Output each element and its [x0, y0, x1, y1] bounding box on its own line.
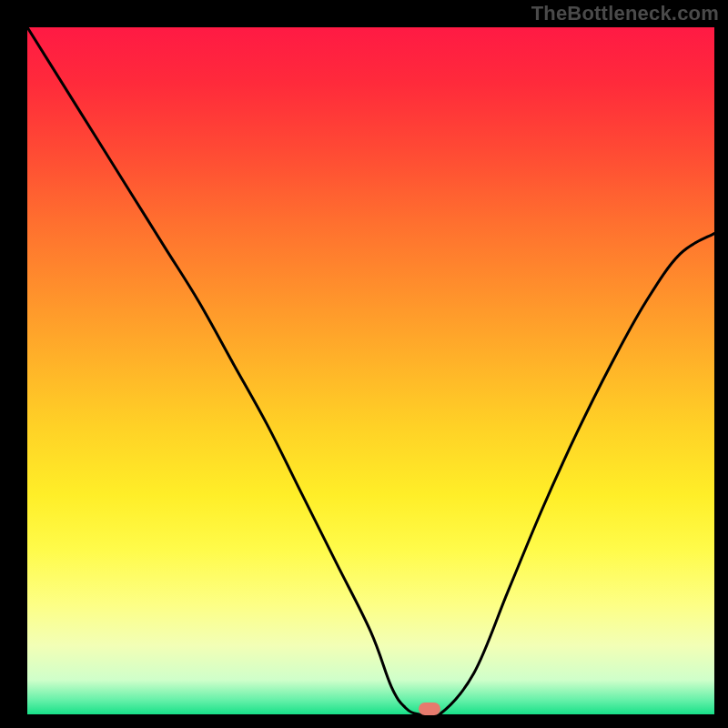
- plot-area: [27, 27, 714, 714]
- watermark-text: TheBottleneck.com: [531, 2, 719, 25]
- optimal-marker: [419, 703, 440, 715]
- chart-container: TheBottleneck.com: [0, 0, 728, 728]
- bottleneck-curve: [27, 27, 714, 714]
